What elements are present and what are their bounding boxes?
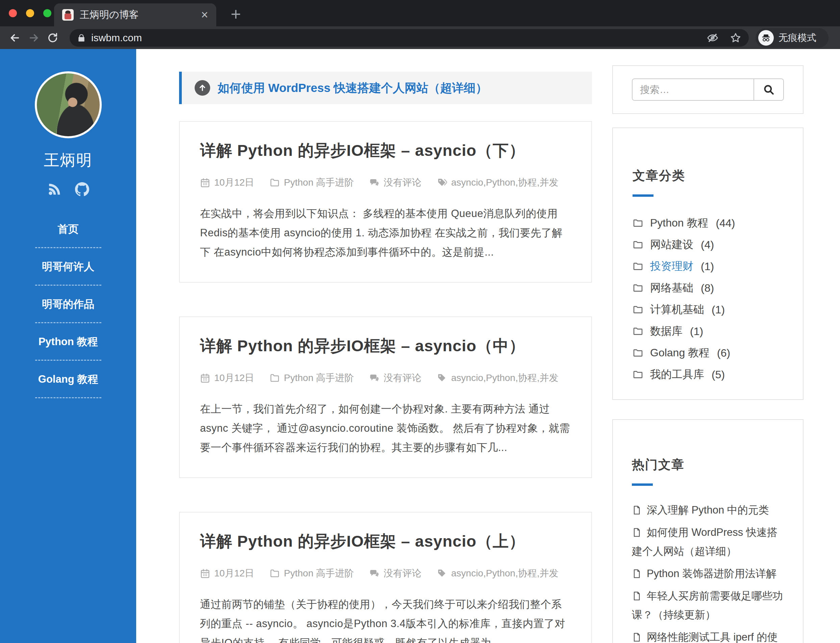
- category-item[interactable]: 我的工具库(5): [633, 364, 783, 385]
- up-arrow-icon: [195, 80, 210, 96]
- post-meta: 10月12日 Python 高手进阶 没有评论 asyncio,Python,协…: [200, 372, 571, 384]
- post-meta: 10月12日 Python 高手进阶 没有评论 asyncio,Python,协…: [200, 176, 571, 189]
- profile-sidebar: 王炳明 首页 明哥何许人 明哥的作品 Python 教程 Golang 教程: [0, 49, 136, 643]
- hot-articles-widget: 热门文章 深入理解 Python 中的元类 如何使用 WordPress 快速搭…: [612, 419, 804, 643]
- avatar[interactable]: [35, 71, 102, 138]
- post-meta: 10月12日 Python 高手进阶 没有评论 asyncio,Python,协…: [200, 567, 571, 580]
- title-underline: [633, 194, 653, 197]
- category-item[interactable]: 投资理财(1): [633, 256, 783, 277]
- announcement-banner[interactable]: 如何使用 WordPress 快速搭建个人网站（超详细）: [179, 72, 592, 104]
- post-excerpt: 在实战中，将会用到以下知识点： 多线程的基本使用 Queue消息队列的使用 Re…: [200, 204, 571, 262]
- eye-off-icon[interactable]: [707, 32, 718, 44]
- comment-icon: [369, 178, 379, 188]
- category-item[interactable]: Golang 教程(6): [633, 342, 783, 364]
- post-comments[interactable]: 没有评论: [369, 176, 422, 189]
- author-name: 王炳明: [0, 150, 136, 171]
- rss-icon[interactable]: [47, 182, 62, 198]
- categories-title: 文章分类: [633, 167, 783, 184]
- post-title[interactable]: 详解 Python 的异步IO框架 – asyncio（上）: [200, 531, 571, 552]
- document-icon: [632, 528, 641, 537]
- post-comments[interactable]: 没有评论: [369, 372, 422, 384]
- sidebar-item-python[interactable]: Python 教程: [0, 331, 136, 352]
- post-card: 详解 Python 的异步IO框架 – asyncio（下） 10月12日 Py…: [179, 121, 592, 282]
- hot-article-item[interactable]: 年轻人买房前需要做足哪些功课？（持续更新）: [632, 586, 784, 624]
- post-date: 10月12日: [200, 176, 254, 189]
- site-favicon: [62, 9, 74, 21]
- lock-icon: [77, 33, 86, 42]
- post-title[interactable]: 详解 Python 的异步IO框架 – asyncio（下）: [200, 140, 571, 161]
- incognito-icon: [758, 30, 774, 46]
- address-bar[interactable]: iswbm.com: [70, 29, 749, 47]
- main-content: 如何使用 WordPress 快速搭建个人网站（超详细） 详解 Python 的…: [179, 72, 592, 643]
- folder-icon: [633, 326, 643, 337]
- back-icon[interactable]: [5, 28, 24, 47]
- incognito-label: 无痕模式: [778, 31, 816, 44]
- search-button[interactable]: [754, 79, 783, 100]
- calendar-icon: [200, 568, 210, 578]
- comment-icon: [369, 568, 379, 578]
- hot-articles-title: 热门文章: [632, 456, 784, 473]
- folder-icon: [633, 348, 643, 358]
- calendar-icon: [200, 373, 210, 383]
- title-underline: [632, 483, 653, 486]
- url-text[interactable]: iswbm.com: [91, 32, 695, 44]
- category-item[interactable]: 计算机基础(1): [633, 299, 783, 320]
- tab-close-icon[interactable]: ×: [201, 9, 208, 21]
- category-item[interactable]: Python 教程(44): [633, 212, 783, 234]
- bookmark-star-icon[interactable]: [730, 32, 741, 44]
- sidebar-item-works[interactable]: 明哥的作品: [0, 294, 136, 315]
- folder-icon: [270, 373, 280, 383]
- incognito-badge: 无痕模式: [755, 28, 829, 48]
- new-tab-button[interactable]: +: [226, 4, 246, 24]
- search-input[interactable]: [633, 79, 754, 100]
- browser-toolbar: iswbm.com 无痕模式: [0, 26, 840, 49]
- github-icon[interactable]: [75, 182, 89, 198]
- hot-article-item[interactable]: 深入理解 Python 中的元类: [632, 501, 784, 520]
- minimize-window-button[interactable]: [26, 9, 34, 17]
- hot-article-item[interactable]: 如何使用 WordPress 快速搭建个人网站（超详细）: [632, 523, 784, 561]
- post-excerpt: 通过前两节的铺垫（关于协程的使用），今天我们终于可以来介绍我们整个系列的重点 -…: [200, 595, 571, 643]
- nav-divider: [35, 322, 101, 323]
- hot-article-item[interactable]: 网络性能测试工具 iperf 的使用: [632, 628, 784, 643]
- nav-divider: [35, 360, 101, 361]
- category-item[interactable]: 网络基础(8): [633, 277, 783, 299]
- post-category[interactable]: Python 高手进阶: [270, 372, 354, 384]
- sidebar-nav: 首页 明哥何许人 明哥的作品 Python 教程 Golang 教程: [0, 219, 136, 398]
- post-category[interactable]: Python 高手进阶: [270, 176, 354, 189]
- category-list: Python 教程(44) 网站建设(4) 投资理财(1) 网络基础(8) 计算…: [633, 212, 783, 385]
- tab-strip: 王炳明の博客 × +: [0, 0, 840, 26]
- search-icon: [763, 84, 775, 95]
- post-title[interactable]: 详解 Python 的异步IO框架 – asyncio（中）: [200, 335, 571, 357]
- reload-icon[interactable]: [43, 28, 62, 47]
- category-item[interactable]: 网站建设(4): [633, 234, 783, 256]
- post-comments[interactable]: 没有评论: [369, 567, 422, 580]
- post-card: 详解 Python 的异步IO框架 – asyncio（中） 10月12日 Py…: [179, 317, 592, 478]
- close-window-button[interactable]: [9, 9, 17, 17]
- document-icon: [632, 569, 641, 578]
- forward-icon[interactable]: [24, 28, 43, 47]
- calendar-icon: [200, 178, 210, 188]
- post-tags[interactable]: asyncio,Python,协程,并发: [437, 372, 558, 384]
- comment-icon: [369, 373, 379, 383]
- folder-icon: [633, 369, 643, 380]
- post-tags[interactable]: asyncio,Python,协程,并发: [437, 567, 558, 580]
- post-category[interactable]: Python 高手进阶: [270, 567, 354, 580]
- browser-tab[interactable]: 王炳明の博客 ×: [54, 3, 216, 26]
- sidebar-item-about[interactable]: 明哥何许人: [0, 256, 136, 277]
- post-tags[interactable]: asyncio,Python,协程,并发: [437, 176, 558, 189]
- post-excerpt: 在上一节，我们首先介绍了，如何创建一个协程对象. 主要有两种方法 通过async…: [200, 399, 571, 457]
- categories-widget: 文章分类 Python 教程(44) 网站建设(4) 投资理财(1) 网络基础: [612, 127, 804, 400]
- zoom-window-button[interactable]: [43, 9, 51, 17]
- folder-icon: [633, 282, 643, 294]
- sidebar-item-golang[interactable]: Golang 教程: [0, 369, 136, 390]
- right-sidebar: 文章分类 Python 教程(44) 网站建设(4) 投资理财(1) 网络基础: [612, 49, 804, 643]
- folder-icon: [633, 239, 643, 250]
- document-icon: [632, 633, 641, 642]
- announcement-link[interactable]: 如何使用 WordPress 快速搭建个人网站（超详细）: [218, 80, 488, 96]
- tag-icon: [437, 178, 447, 188]
- search-box: [632, 78, 784, 101]
- sidebar-item-home[interactable]: 首页: [0, 219, 136, 240]
- category-item[interactable]: 数据库(1): [633, 320, 783, 342]
- nav-divider: [35, 285, 101, 286]
- hot-article-item[interactable]: Python 装饰器进阶用法详解: [632, 564, 784, 583]
